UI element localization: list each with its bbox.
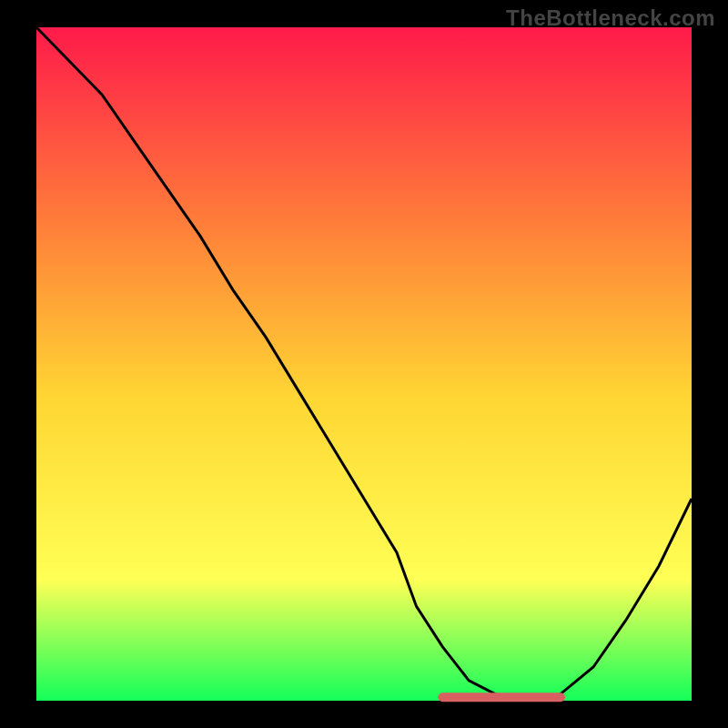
watermark-text: TheBottleneck.com <box>506 5 715 31</box>
chart-canvas: TheBottleneck.com <box>0 0 728 728</box>
bottleneck-chart <box>0 0 728 728</box>
plot-background <box>36 27 692 701</box>
